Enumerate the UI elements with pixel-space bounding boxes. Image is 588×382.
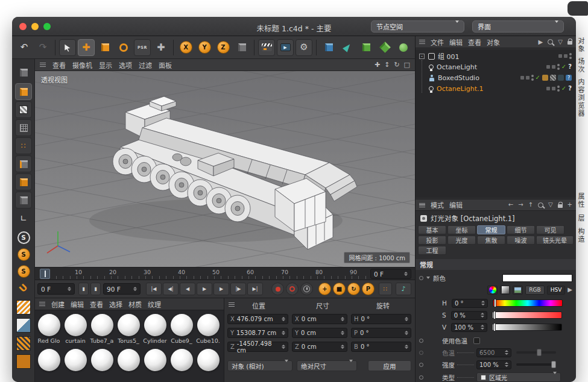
visibility-dots[interactable] (531, 75, 534, 81)
rotation-b-field[interactable]: B0 ° (351, 342, 411, 352)
search-icon[interactable] (538, 202, 543, 208)
tab-shadow[interactable]: 投影 (418, 236, 446, 245)
visibility-dots[interactable] (557, 86, 560, 92)
lock-x-axis-button[interactable]: X (177, 39, 194, 56)
make-editable-button[interactable] (15, 64, 32, 81)
render-settings-button[interactable]: ⚙ (296, 39, 312, 56)
enable-axis-button[interactable] (15, 192, 32, 208)
viewport-menu-panel[interactable]: 面板 (159, 60, 172, 70)
color-wheel-button[interactable] (487, 286, 498, 295)
light-type-dropdown[interactable]: 区域光 (476, 372, 561, 382)
undo-button[interactable]: ↶ (16, 39, 33, 56)
snap-mode-button[interactable]: S (15, 246, 32, 263)
material-thumbnail[interactable] (169, 349, 194, 371)
snap-toggle-button[interactable]: S (15, 229, 32, 246)
materials-menu-edit[interactable]: 编辑 (71, 299, 84, 309)
viewport-menu-display[interactable]: 显示 (99, 60, 112, 70)
value-slider[interactable] (492, 324, 562, 331)
lock-icon[interactable] (567, 41, 572, 45)
material-thumbnail[interactable]: Torus5_ (116, 314, 141, 344)
goto-start-button[interactable]: |◀ (146, 283, 162, 295)
tab-photometric[interactable]: 光度 (447, 236, 476, 245)
key-scale-button[interactable]: ■ (333, 283, 346, 295)
spinner-icon[interactable] (404, 272, 408, 277)
tab-general[interactable]: 常规 (477, 225, 505, 234)
rotation-p-field[interactable]: P0 ° (351, 328, 411, 338)
layer-chip[interactable] (564, 54, 567, 58)
temperature-field[interactable]: 6500 (476, 348, 511, 357)
polygons-mode-button[interactable] (15, 174, 32, 190)
viewport-menu-camera[interactable]: 摄像机 (72, 60, 92, 70)
enabled-check-icon[interactable]: ✓ (561, 64, 566, 70)
timeline-scrubber[interactable] (40, 269, 50, 279)
side-tab-content-browser[interactable]: 内容浏览器 (577, 78, 584, 117)
add-spline-button[interactable] (339, 39, 356, 56)
key-rotation-button[interactable]: ↻ (347, 283, 360, 295)
position-z-field[interactable]: Z-14507.498 cm (227, 342, 288, 352)
sound-button[interactable]: ♪ (396, 283, 411, 295)
interface-dropdown[interactable]: 界面 (472, 20, 564, 33)
tab-visibility[interactable]: 可见 (536, 225, 564, 234)
magnet-tool-button[interactable]: U (15, 280, 32, 296)
material-thumbnail[interactable]: Cube10. (195, 314, 221, 344)
side-tab-layers[interactable]: 层 (577, 214, 584, 222)
material-thumbnail[interactable]: Cylinder (142, 314, 168, 344)
material-thumbnail[interactable] (63, 349, 88, 371)
zoom-view-icon[interactable]: ↕ (384, 61, 390, 69)
material-thumbnail[interactable] (195, 349, 221, 371)
menu-grip-icon[interactable] (229, 302, 235, 307)
add-cloner-button[interactable] (395, 39, 412, 56)
om-menu-object[interactable]: 对象 (487, 37, 500, 47)
spinner-icon[interactable] (133, 287, 137, 292)
materials-menu-create[interactable]: 创建 (51, 299, 65, 309)
position-y-field[interactable]: Y15308.77 cm (227, 328, 288, 338)
spinner-icon[interactable] (481, 313, 484, 318)
spinner-icon[interactable] (68, 287, 71, 292)
layer-filter-button-1[interactable] (15, 299, 32, 316)
saturation-field[interactable]: 0 % (451, 311, 487, 320)
checker-tag-icon[interactable] (550, 75, 556, 81)
intensity-slider[interactable] (516, 363, 556, 366)
visibility-dots[interactable] (569, 53, 572, 59)
edges-mode-button[interactable] (15, 155, 32, 172)
range-end-field[interactable]: 90 F (103, 283, 141, 295)
slider-knob[interactable] (537, 349, 542, 356)
material-thumbnail[interactable] (36, 349, 62, 371)
previous-key-button[interactable]: ◀| (163, 283, 179, 295)
filter-icon[interactable]: ▽ (558, 39, 563, 45)
temperature-slider[interactable] (516, 351, 556, 354)
unknown-tag-badge[interactable]: ? (568, 64, 572, 70)
side-tab-structure[interactable]: 构造 (577, 228, 584, 243)
om-menu-file[interactable]: 文件 (431, 37, 444, 47)
next-key-button[interactable]: |▶ (230, 283, 246, 295)
hue-field[interactable]: 0 ° (452, 299, 488, 308)
menu-grip-icon[interactable] (419, 40, 425, 44)
add-primitive-button[interactable] (320, 39, 337, 56)
am-menu-mode[interactable]: 模式 (431, 200, 444, 210)
hue-slider[interactable] (493, 299, 563, 307)
material-thumbnail[interactable]: Red Glo (36, 314, 62, 344)
key-parameter-button[interactable]: P (362, 283, 375, 295)
axis-modify-button[interactable]: ∟ (15, 210, 32, 227)
unknown-tag-icon[interactable]: ? (566, 75, 572, 81)
rotate-tool[interactable] (115, 39, 132, 56)
lock-icon[interactable] (558, 204, 563, 208)
collapse-icon[interactable]: - (419, 54, 425, 59)
lock-y-axis-button[interactable]: Y (196, 39, 213, 56)
viewport-canvas[interactable]: 透视视图 网格间距 : 1000 cm (35, 71, 415, 267)
toggle-view-icon[interactable]: □ (404, 61, 410, 69)
apply-button[interactable]: 应用 (368, 360, 411, 371)
psr-tool[interactable]: PSR (134, 39, 151, 56)
spinner-icon[interactable] (282, 345, 285, 349)
slider-knob[interactable] (551, 361, 556, 368)
compositing-tag-icon[interactable] (558, 75, 564, 81)
material-thumbnail[interactable] (142, 349, 168, 371)
texture-mode-button[interactable] (15, 101, 32, 118)
key-position-button[interactable]: + (318, 283, 331, 295)
tree-row-studio[interactable]: BoxedStudio ✓ ? (416, 72, 576, 83)
previous-frame-button[interactable]: ◀ (180, 283, 195, 295)
live-selection-tool[interactable] (59, 39, 76, 56)
menu-grip-icon[interactable] (39, 302, 45, 306)
workplane-mode-button[interactable] (15, 119, 32, 136)
add-generator-button[interactable] (358, 39, 375, 56)
